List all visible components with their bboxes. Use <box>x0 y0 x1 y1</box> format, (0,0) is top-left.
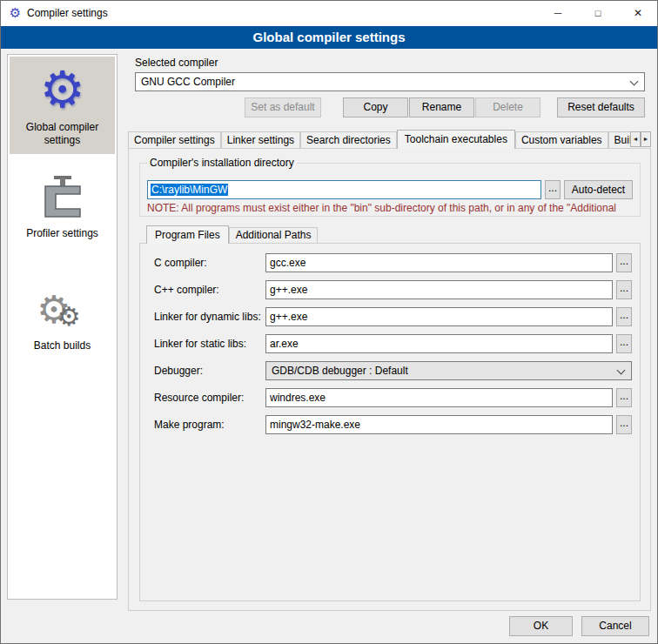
tab-scroll-right-icon[interactable]: ► <box>641 131 651 147</box>
debugger-dropdown[interactable]: GDB/CDB debugger : Default <box>265 361 632 380</box>
tab-custom-variables[interactable]: Custom variables <box>515 131 608 148</box>
close-button[interactable]: ✕ <box>618 0 658 26</box>
program-files-panel: C compiler: ... C++ compiler: ... Linker… <box>139 243 641 601</box>
reset-defaults-button[interactable]: Reset defaults <box>557 97 645 117</box>
tab-build-options[interactable]: Buil <box>608 131 630 148</box>
settings-tab-strip: Compiler settings Linker settings Search… <box>128 130 630 149</box>
installation-directory-value: C:\raylib\MinGW <box>151 184 228 196</box>
ok-button[interactable]: OK <box>509 616 573 636</box>
rename-button[interactable]: Rename <box>409 97 474 117</box>
tab-toolchain-executables[interactable]: Toolchain executables <box>397 130 515 149</box>
installation-directory-group: Compiler's installation directory C:\ray… <box>139 163 641 217</box>
make-program-browse-button[interactable]: ... <box>616 415 632 434</box>
chevron-down-icon <box>617 366 626 375</box>
selected-compiler-dropdown[interactable]: GNU GCC Compiler <box>135 72 645 91</box>
auto-detect-button[interactable]: Auto-detect <box>564 180 633 199</box>
linker-static-label: Linker for static libs: <box>154 338 246 350</box>
tab-linker-settings[interactable]: Linker settings <box>221 131 300 148</box>
cpp-compiler-label: C++ compiler: <box>154 284 219 296</box>
maximize-button[interactable]: □ <box>578 0 618 26</box>
cpp-compiler-input[interactable] <box>265 280 613 299</box>
title-bar: ⚙ Compiler settings ─ □ ✕ <box>0 0 658 26</box>
delete-button[interactable]: Delete <box>475 97 540 117</box>
set-as-default-button[interactable]: Set as default <box>245 97 321 117</box>
tab-compiler-settings[interactable]: Compiler settings <box>128 131 221 148</box>
selected-compiler-label: Selected compiler <box>135 57 218 69</box>
gray-gears-icon: ⚙ ⚙ <box>11 284 113 336</box>
bin-subdirectory-note: NOTE: All programs must exist either in … <box>147 202 653 214</box>
debugger-value: GDB/CDB debugger : Default <box>272 365 408 377</box>
installation-directory-browse-button[interactable]: ... <box>545 180 561 199</box>
selected-compiler-value: GNU GCC Compiler <box>141 76 235 88</box>
toolchain-executables-panel: Compiler's installation directory C:\ray… <box>128 148 651 611</box>
tab-program-files[interactable]: Program Files <box>146 225 229 244</box>
linker-static-input[interactable] <box>265 334 613 353</box>
resource-compiler-input[interactable] <box>265 388 613 407</box>
tab-scroll-left-icon[interactable]: ◄ <box>630 131 641 147</box>
resource-compiler-label: Resource compiler: <box>154 392 244 404</box>
copy-button[interactable]: Copy <box>343 97 408 117</box>
sidebar-item-label: Profiler settings <box>11 227 113 240</box>
sidebar-item-global-compiler-settings[interactable]: ⚙ Global compiler settings <box>10 57 115 154</box>
tab-search-directories[interactable]: Search directories <box>300 131 397 148</box>
settings-category-sidebar: ⚙ Global compiler settings Profiler sett… <box>7 54 118 600</box>
cpp-compiler-browse-button[interactable]: ... <box>616 280 632 299</box>
linker-dynamic-input[interactable] <box>265 307 613 326</box>
make-program-label: Make program: <box>154 419 225 431</box>
tab-additional-paths[interactable]: Additional Paths <box>229 227 319 243</box>
linker-static-browse-button[interactable]: ... <box>616 334 632 353</box>
c-compiler-input[interactable] <box>265 253 613 272</box>
debugger-label: Debugger: <box>154 365 203 377</box>
window-title: Compiler settings <box>27 7 108 19</box>
blue-gear-icon: ⚙ <box>11 62 113 117</box>
c-compiler-browse-button[interactable]: ... <box>616 253 632 272</box>
app-gear-icon: ⚙ <box>8 5 23 20</box>
program-files-tab-strip: Program Files Additional Paths <box>139 225 318 243</box>
page-title: Global compiler settings <box>1 26 657 49</box>
sidebar-item-batch-builds[interactable]: ⚙ ⚙ Batch builds <box>10 278 115 359</box>
c-compiler-label: C compiler: <box>154 257 207 269</box>
linker-dynamic-label: Linker for dynamic libs: <box>154 311 261 323</box>
sidebar-item-label: Batch builds <box>11 339 113 352</box>
minimize-button[interactable]: ─ <box>538 0 578 26</box>
resource-compiler-browse-button[interactable]: ... <box>616 388 632 407</box>
sidebar-item-label: Global compiler settings <box>11 121 113 147</box>
make-program-input[interactable] <box>265 415 613 434</box>
installation-directory-group-title: Compiler's installation directory <box>147 157 297 169</box>
chevron-down-icon <box>630 77 639 86</box>
cancel-button[interactable]: Cancel <box>581 616 649 636</box>
clamp-icon <box>11 175 113 224</box>
installation-directory-input[interactable]: C:\raylib\MinGW <box>147 180 541 199</box>
sidebar-item-profiler-settings[interactable]: Profiler settings <box>10 170 115 247</box>
linker-dynamic-browse-button[interactable]: ... <box>616 307 632 326</box>
